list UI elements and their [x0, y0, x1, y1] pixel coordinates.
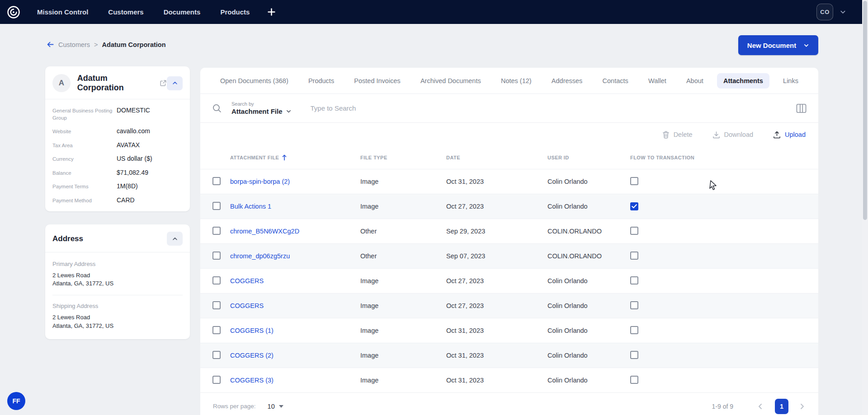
address-section-shipping-address: Shipping Address 2 Lewes Road Atlanta, G…	[52, 303, 183, 330]
column-header-date[interactable]: Date	[446, 155, 547, 160]
tab-notes-12[interactable]: Notes (12)	[495, 73, 538, 89]
next-page-icon[interactable]	[798, 403, 806, 410]
field-label: Currency	[52, 155, 117, 163]
nav-item-documents[interactable]: Documents	[164, 8, 201, 16]
attachment-file-link[interactable]: Bulk Actions 1	[230, 203, 360, 210]
user-menu-chevron-down-icon[interactable]	[840, 9, 846, 15]
tab-archived-documents[interactable]: Archived Documents	[414, 73, 487, 89]
rows-per-page-select[interactable]: 10	[268, 403, 283, 410]
row-select-checkbox[interactable]	[212, 202, 221, 210]
tab-links[interactable]: Links	[777, 73, 805, 89]
attachment-file-link[interactable]: chrome_B5N6WXCg2D	[230, 228, 360, 235]
customer-field-currency: Currency US dollar ($)	[52, 155, 183, 163]
tab-contacts[interactable]: Contacts	[596, 73, 635, 89]
search-by-selector[interactable]: Search by Attachment File	[231, 101, 292, 115]
tab-products[interactable]: Products	[302, 73, 340, 89]
address-line-2: Atlanta, GA, 31772, US	[52, 322, 183, 330]
previous-page-icon[interactable]	[757, 403, 764, 410]
tab-posted-invoices[interactable]: Posted Invoices	[348, 73, 406, 89]
search-input[interactable]	[311, 104, 582, 112]
table-row: COGGERS (2) Image Oct 31, 2023 Colin Orl…	[200, 343, 818, 368]
upload-button[interactable]: Upload	[773, 131, 806, 139]
table-row: chrome_dp06zg5rzu Other Sep 07, 2023 COL…	[200, 243, 818, 268]
new-document-button[interactable]: New Document	[738, 35, 818, 55]
address-section-primary-address: Primary Address 2 Lewes Road Atlanta, GA…	[52, 261, 183, 288]
user-id-cell: COLIN.ORLANDO	[547, 252, 630, 260]
row-select-checkbox[interactable]	[212, 276, 221, 284]
table-row: COGGERS (3) Image Oct 31, 2023 Colin Orl…	[200, 368, 818, 392]
row-select-checkbox[interactable]	[212, 252, 221, 260]
flow-to-transaction-checkbox[interactable]	[630, 376, 638, 384]
flow-to-transaction-checkbox[interactable]	[630, 227, 638, 235]
customer-field-tax-area: Tax Area AVATAX	[52, 141, 183, 149]
attachment-file-link[interactable]: COGGERS	[230, 302, 360, 309]
add-tab-icon[interactable]	[268, 8, 275, 16]
attachment-file-link[interactable]: chrome_dp06zg5rzu	[230, 252, 360, 260]
nav-item-products[interactable]: Products	[220, 8, 250, 16]
table-row: borpa-spin-borpa (2) Image Oct 31, 2023 …	[200, 169, 818, 194]
flow-to-transaction-checkbox[interactable]	[630, 301, 638, 309]
flow-to-transaction-checkbox[interactable]	[630, 326, 638, 334]
tab-about[interactable]: About	[680, 73, 710, 89]
row-select-checkbox[interactable]	[212, 301, 221, 309]
open-external-link-icon[interactable]	[160, 79, 167, 87]
field-value: 1M(8D)	[117, 182, 138, 190]
chat-widget-button[interactable]: FF	[7, 392, 25, 410]
search-by-label: Search by	[231, 101, 292, 107]
back-arrow-icon[interactable]	[47, 41, 54, 48]
user-id-cell: Colin Orlando	[547, 327, 630, 334]
delete-button[interactable]: Delete	[662, 131, 693, 139]
tab-wallet[interactable]: Wallet	[642, 73, 673, 89]
attachment-file-link[interactable]: COGGERS (1)	[230, 327, 360, 334]
row-select-checkbox[interactable]	[212, 227, 221, 235]
field-label: Website	[52, 127, 117, 135]
user-avatar-chip[interactable]: CO	[816, 4, 833, 20]
row-select-checkbox[interactable]	[212, 326, 221, 334]
customer-card-collapse-button[interactable]	[167, 76, 183, 90]
page-scrollbar[interactable]	[862, 0, 868, 415]
page-number-button[interactable]: 1	[775, 399, 788, 414]
tab-addresses[interactable]: Addresses	[545, 73, 589, 89]
file-type-cell: Image	[360, 352, 446, 359]
attachment-file-link[interactable]: COGGERS (2)	[230, 352, 360, 359]
flow-to-transaction-checkbox[interactable]	[630, 276, 638, 284]
pagination-range: 1-9 of 9	[712, 403, 733, 410]
field-label: Payment Method	[52, 196, 117, 205]
nav-item-mission-control[interactable]: Mission Control	[37, 8, 88, 16]
tab-open-documents-368[interactable]: Open Documents (368)	[214, 73, 295, 89]
field-value: CARD	[117, 196, 135, 204]
attachment-file-link[interactable]: borpa-spin-borpa (2)	[230, 178, 360, 185]
flow-to-transaction-checkbox[interactable]	[630, 202, 638, 210]
customer-tabs: Open Documents (368)ProductsPosted Invoi…	[200, 68, 818, 94]
row-select-checkbox[interactable]	[212, 376, 221, 384]
address-card: Address Primary Address 2 Lewes Road Atl…	[45, 224, 190, 339]
address-card-collapse-button[interactable]	[167, 232, 183, 246]
tab-attachments[interactable]: Attachments	[717, 73, 769, 89]
flow-to-transaction-checkbox[interactable]	[630, 351, 638, 359]
nav-item-customers[interactable]: Customers	[108, 8, 143, 16]
column-settings-icon[interactable]	[796, 103, 807, 113]
flow-to-transaction-checkbox[interactable]	[630, 252, 638, 260]
upload-label: Upload	[785, 131, 806, 138]
column-header-file-type[interactable]: File Type	[360, 155, 446, 160]
search-by-value: Attachment File	[231, 107, 283, 115]
chevron-up-icon	[172, 80, 178, 86]
row-select-checkbox[interactable]	[212, 177, 221, 185]
flow-to-transaction-checkbox[interactable]	[630, 177, 638, 185]
column-header-user-id[interactable]: User ID	[547, 155, 630, 160]
search-by-chevron-down-icon	[286, 108, 292, 114]
row-select-checkbox[interactable]	[212, 351, 221, 359]
attachment-file-link[interactable]: COGGERS	[230, 277, 360, 284]
scrollbar-thumb[interactable]	[863, 1, 867, 220]
column-header-attachment-file[interactable]: Attachment File	[230, 154, 360, 161]
attachment-file-link[interactable]: COGGERS (3)	[230, 377, 360, 384]
file-type-cell: Image	[360, 377, 446, 384]
download-button[interactable]: Download	[712, 131, 754, 139]
download-label: Download	[724, 131, 754, 138]
customer-field-payment-terms: Payment Terms 1M(8D)	[52, 182, 183, 191]
breadcrumb-customers-link[interactable]: Customers	[58, 41, 90, 48]
customer-field-website: Website cavallo.com	[52, 127, 183, 135]
table-row: chrome_B5N6WXCg2D Other Sep 29, 2023 COL…	[200, 219, 818, 243]
cavallo-logo-icon[interactable]	[6, 5, 21, 19]
column-header-flow-to-transaction[interactable]: Flow to Transaction	[630, 155, 818, 160]
